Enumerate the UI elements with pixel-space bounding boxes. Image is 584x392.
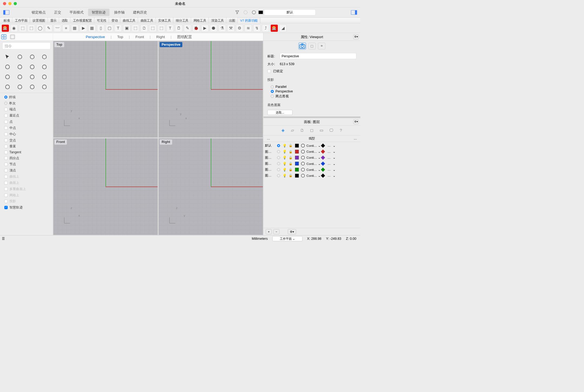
toolbar-icon[interactable]: ⬚ [19, 24, 26, 32]
tab[interactable]: 设置视图 [30, 18, 48, 23]
gear-icon[interactable]: ⚙︎▾ [353, 119, 359, 124]
mode-3[interactable]: 智慧轨迹 [88, 9, 110, 16]
bulb-icon[interactable]: 💡 [283, 144, 288, 148]
bulb-icon[interactable]: 💡 [283, 174, 288, 178]
layers-tab-icon[interactable]: ◈ [280, 127, 286, 133]
mode-4[interactable]: 操作轴 [110, 9, 128, 16]
file-tab-icon[interactable]: 🗋 [299, 127, 306, 133]
toolbar-icon[interactable]: ▣ [123, 24, 130, 32]
curve-tool[interactable] [40, 53, 49, 61]
lock-icon[interactable]: 🔓 [289, 174, 294, 178]
bulb-icon[interactable]: 💡 [283, 150, 288, 154]
toolbar-icon[interactable]: ◉ [10, 24, 18, 32]
toolbar-icon[interactable]: 🐞 [193, 24, 200, 32]
current-layer-radio[interactable] [277, 174, 280, 177]
lock-icon[interactable]: 🔓 [289, 168, 294, 172]
toolbar-icon[interactable]: T [114, 24, 122, 32]
linked-icon[interactable]: ⚭ [318, 43, 325, 49]
color-swatch[interactable] [295, 174, 299, 178]
tab[interactable]: 变动 [109, 18, 120, 23]
torus-tool[interactable] [40, 83, 49, 91]
toolbar-icon[interactable]: ⬣ [210, 24, 217, 32]
viewport-front[interactable]: Frontzx [53, 138, 158, 235]
print-color[interactable] [321, 161, 325, 166]
current-layer-radio[interactable] [277, 156, 280, 159]
viewtab[interactable]: Perspective [83, 35, 108, 39]
viewtab[interactable]: 图纸配置 [174, 34, 194, 39]
tab[interactable]: 实体工具 [156, 18, 173, 23]
viewport-title-input[interactable] [280, 53, 356, 59]
toolbar-icon[interactable]: ⬚ [28, 24, 35, 32]
remove-layer-button[interactable]: − [273, 229, 279, 234]
poly-tool[interactable] [28, 63, 36, 71]
osnap-check[interactable] [4, 138, 8, 142]
material-icon[interactable] [301, 144, 305, 148]
tab[interactable]: 出图 [226, 18, 238, 23]
dot-tool[interactable] [15, 53, 24, 61]
current-layer-radio[interactable] [277, 150, 280, 153]
arc-tool[interactable] [28, 53, 36, 61]
material-icon[interactable]: ◻ [308, 43, 316, 49]
layer-row[interactable]: 图…💡🔓Conti… ⌄…⌄ [263, 161, 360, 167]
menu-icon[interactable]: ☰ [0, 237, 7, 241]
command-input[interactable]: 指令 [2, 42, 51, 49]
lock-icon[interactable]: 🔓 [289, 156, 294, 160]
toolbar-icon[interactable]: 🗋 [141, 24, 148, 32]
toolbar-icon[interactable]: ≡ [62, 24, 70, 32]
blocks-tab-icon[interactable]: ▱ [289, 127, 296, 133]
filter-icon[interactable] [234, 9, 241, 16]
toolbar-icon[interactable]: ⬚ [149, 24, 157, 32]
toolbar-icon[interactable]: ◢ [279, 24, 287, 32]
box-tool[interactable] [3, 83, 12, 91]
toolbar-icon[interactable]: ▢ [106, 24, 113, 32]
lock-icon[interactable]: 🔓 [289, 144, 294, 148]
mode-5[interactable]: 建构历史 [129, 9, 151, 16]
color-swatch[interactable] [295, 150, 299, 154]
toolbar-icon[interactable]: ▯ [97, 24, 104, 32]
viewtab[interactable]: Top [115, 35, 126, 39]
layer-row[interactable]: 图…💡🔓Conti… ⌄…⌄ [263, 155, 360, 161]
toolbar-icon[interactable]: ⚗ [218, 24, 226, 32]
material-icon[interactable] [301, 150, 305, 154]
print-color[interactable] [321, 155, 325, 160]
toolbar-icon[interactable]: 🎰 [271, 24, 278, 32]
toolbar-icon[interactable]: ⚒ [227, 24, 234, 32]
print-color[interactable] [321, 144, 325, 148]
tab[interactable]: 曲面工具 [138, 18, 155, 23]
viewtab[interactable]: Front [133, 35, 147, 39]
right-panel-toggle-icon[interactable] [351, 10, 357, 15]
osnap-check[interactable] [4, 108, 8, 111]
help-tab-icon[interactable]: ? [337, 127, 344, 133]
tab[interactable]: 细分工具 [173, 18, 191, 23]
material-icon[interactable] [301, 156, 305, 160]
layer-row[interactable]: 图…💡🔓Conti… ⌄…⌄ [263, 173, 360, 179]
tab[interactable]: 网格工具 [191, 18, 208, 23]
material-icon[interactable] [301, 168, 305, 172]
toolbar-icon[interactable]: ⚙ [236, 24, 243, 32]
projection-radio[interactable] [271, 85, 274, 88]
color-swatch[interactable] [295, 156, 299, 160]
display-tab-icon[interactable]: 🖵 [328, 127, 335, 133]
toolbar-icon[interactable]: ✎ [45, 24, 52, 32]
print-color[interactable] [321, 150, 325, 154]
tab[interactable]: 标准 [1, 18, 12, 23]
toolbar-icon[interactable]: ▦ [71, 24, 78, 32]
four-view-icon[interactable] [1, 34, 7, 39]
tab[interactable]: 可见性 [94, 18, 109, 23]
gear-icon[interactable]: ⚙︎▾ [353, 34, 359, 39]
projection-radio[interactable] [271, 90, 274, 93]
osnap-radio[interactable] [4, 102, 7, 105]
color-swatch[interactable] [295, 168, 299, 172]
fillet-tool[interactable] [15, 73, 24, 81]
patch-tool[interactable] [40, 73, 49, 81]
circle-tool[interactable] [3, 63, 12, 71]
layer-row[interactable]: 图…💡🔓Conti… ⌄…⌄ [263, 149, 360, 155]
units[interactable]: Millimeters [252, 237, 268, 241]
circle-icon[interactable] [250, 9, 258, 16]
osnap-check[interactable] [4, 206, 8, 209]
material-icon[interactable] [301, 174, 305, 178]
sphere-tool[interactable] [15, 83, 24, 91]
current-layer-radio[interactable] [277, 144, 280, 147]
hex-tool[interactable] [3, 73, 12, 81]
ellipse-tool[interactable] [15, 63, 24, 71]
